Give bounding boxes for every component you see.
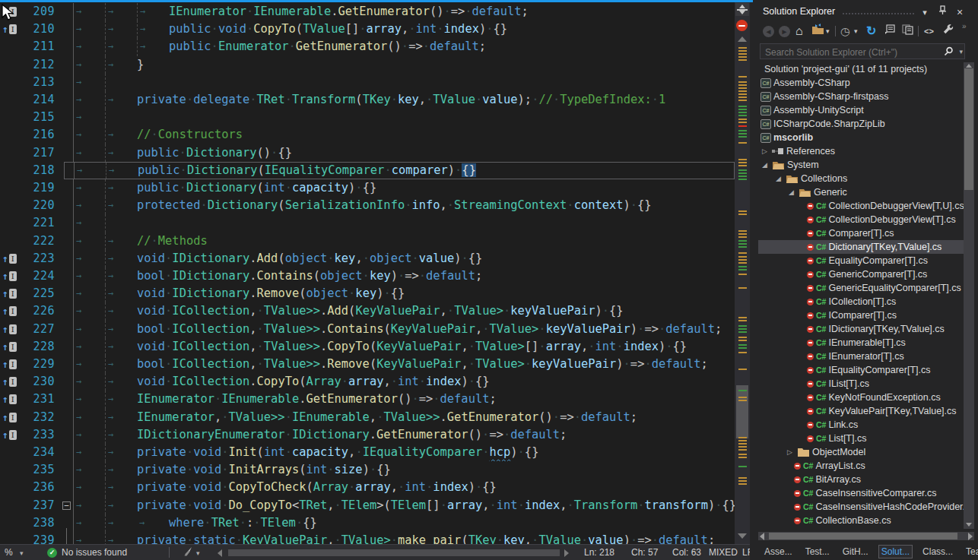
tool-window-tab-solut[interactable]: Solut... xyxy=(878,545,913,558)
expander-open-icon[interactable]: ◢ xyxy=(776,172,786,185)
tree-item-mscorlib[interactable]: C#mscorlib xyxy=(758,131,964,144)
code-line-229[interactable]: ↑I229→→bool·ICollection,·TValue>>.Remove… xyxy=(0,356,735,373)
code-text[interactable]: →→IDictionaryEnumerator·IDictionary.GetE… xyxy=(64,426,735,444)
hscroll-right-arrow-icon[interactable] xyxy=(564,549,569,557)
window-position-dropdown-icon[interactable]: ▾ xyxy=(918,5,932,19)
toolbar-overflow-icon[interactable]: » xyxy=(962,18,967,35)
search-input[interactable] xyxy=(764,45,934,59)
tree-scroll-up-icon[interactable] xyxy=(966,64,972,68)
code-line-223[interactable]: ↑I223→→void·IDictionary.Add(object·key,·… xyxy=(0,250,735,267)
tree-item-idictionary-tkey-tvalue-cs[interactable]: C#IDictionary[TKey,TValue].cs xyxy=(758,322,964,336)
code-text[interactable]: →→bool·ICollection,·TValue>>.Remove(KeyV… xyxy=(64,356,735,373)
search-icon[interactable] xyxy=(944,46,954,59)
code-line-234[interactable]: 234→→private·void·Init(int·capacity,·IEq… xyxy=(0,444,735,461)
editor-vertical-scrollbar[interactable] xyxy=(735,0,750,544)
sync-dropdown-icon[interactable]: ▾ xyxy=(826,23,830,40)
tree-item-genericequalitycomparer-t-cs[interactable]: C#GenericEqualityComparer[T].cs xyxy=(758,281,964,295)
tree-item-iequalitycomparer-t-cs[interactable]: C#IEqualityComparer[T].cs xyxy=(758,363,964,377)
code-text[interactable]: → xyxy=(64,214,735,232)
tree-item-equalitycomparer-t-cs[interactable]: C#EqualityComparer[T].cs xyxy=(758,254,964,267)
search-box[interactable]: ▾ xyxy=(760,43,965,59)
code-text[interactable]: →→void·ICollection,·TValue>>.Add(KeyValu… xyxy=(64,302,735,320)
close-icon[interactable]: × xyxy=(953,5,967,19)
tree-item-comparer-t-cs[interactable]: C#Comparer[T].cs xyxy=(758,226,964,240)
tree-item-icollection-t-cs[interactable]: C#ICollection[T].cs xyxy=(758,295,964,308)
code-line-218[interactable]: 218→→public·Dictionary(IEqualityComparer… xyxy=(0,162,735,179)
code-text[interactable]: →→IEnumerator·IEnumerable.GetEnumerator(… xyxy=(64,391,735,408)
code-text[interactable]: →→→public·void·CopyTo(TValue[]·array,·in… xyxy=(64,21,735,38)
editor-scrollbar-thumb[interactable] xyxy=(736,385,748,438)
code-text[interactable]: →→void·IDictionary.Remove(object·key)·{} xyxy=(64,285,735,302)
refresh-icon[interactable]: ↻ xyxy=(866,23,876,40)
tree-hscroll-left-icon[interactable] xyxy=(760,533,764,540)
code-text[interactable]: →→} xyxy=(64,56,735,74)
editor-split-handle-icon[interactable] xyxy=(735,3,749,16)
tree-horizontal-scrollbar[interactable] xyxy=(758,532,974,540)
code-line-225[interactable]: ↑I225→→void·IDictionary.Remove(object·ke… xyxy=(0,285,735,302)
expander-closed-icon[interactable]: ▷ xyxy=(762,144,772,158)
code-text[interactable]: →→//·Methods xyxy=(64,233,735,250)
tool-window-tab-asse[interactable]: Asse... xyxy=(761,545,795,558)
tree-hscroll-right-icon[interactable] xyxy=(968,533,973,540)
code-line-227[interactable]: ↑I227→→bool·ICollection,·TValue>>.Contai… xyxy=(0,321,735,338)
show-all-files-icon[interactable] xyxy=(902,23,913,40)
code-editor[interactable]: ↑I209→→→IEnumerator·IEnumerable.GetEnume… xyxy=(0,0,735,544)
code-text[interactable]: →→private·delegate·TRet·Transform(TKey·k… xyxy=(64,91,735,109)
code-line-239[interactable]: 239→→private·static·KeyValuePair,·TValue… xyxy=(0,532,735,544)
code-line-212[interactable]: 212→→} xyxy=(0,56,735,74)
code-text[interactable]: →→bool·IDictionary.Contains(object·key)·… xyxy=(64,267,735,285)
code-line-217[interactable]: 217→→public·Dictionary()·{} xyxy=(0,144,735,162)
tree-item-genericcomparer-t-cs[interactable]: C#GenericComparer[T].cs xyxy=(758,267,964,281)
code-line-238[interactable]: 238→→→where·TRet·:·TElem·{} xyxy=(0,514,735,532)
code-line-219[interactable]: 219→→public·Dictionary(int·capacity)·{} xyxy=(0,179,735,197)
code-text[interactable]: → xyxy=(64,74,735,91)
expander-closed-icon[interactable]: ▷ xyxy=(787,445,797,459)
tool-window-tab-test[interactable]: Test... xyxy=(802,545,833,558)
code-line-210[interactable]: ↑I210→→→public·void·CopyTo(TValue[]·arra… xyxy=(0,21,735,38)
tree-item-caseinsensitivecomparer-cs[interactable]: C#CaseInsensitiveComparer.cs xyxy=(758,486,964,500)
code-text[interactable]: →→private·static·KeyValuePair,·TValue>·m… xyxy=(64,532,735,544)
tree-item-link-cs[interactable]: C#Link.cs xyxy=(758,418,964,432)
code-line-233[interactable]: ↑I233→→IDictionaryEnumerator·IDictionary… xyxy=(0,426,735,444)
code-text[interactable]: →→bool·ICollection,·TValue>>.Contains(Ke… xyxy=(64,321,735,338)
code-text[interactable]: →→public·Dictionary(int·capacity)·{} xyxy=(64,179,735,197)
code-line-228[interactable]: ↑I228→→void·ICollection,·TValue>>.CopyTo… xyxy=(0,338,735,356)
code-text[interactable]: → xyxy=(64,109,735,126)
code-text[interactable]: →→public·Dictionary(IEqualityComparer·co… xyxy=(64,162,735,179)
cleanup-dropdown-icon[interactable]: ▾ xyxy=(196,546,200,560)
tree-item-collections[interactable]: ◢Collections xyxy=(758,172,964,185)
pending-changes-filter-icon[interactable]: ◷ xyxy=(840,23,849,40)
code-text[interactable]: →→void·ICollection,·TValue>>.CopyTo(KeyV… xyxy=(64,338,735,356)
collapse-all-icon[interactable] xyxy=(884,23,896,40)
tree-item-icomparer-t-cs[interactable]: C#IComparer[T].cs xyxy=(758,308,964,322)
code-text[interactable]: →→private·void·Do_CopyTo<TRet,·TElem>(TE… xyxy=(64,497,735,514)
code-text[interactable]: →→void·ICollection.CopyTo(Array·array,·i… xyxy=(64,373,735,391)
code-text[interactable]: →→protected·Dictionary(SerializationInfo… xyxy=(64,197,735,214)
code-line-211[interactable]: 211→→→public·Enumerator·GetEnumerator()·… xyxy=(0,38,735,55)
code-text[interactable]: →→→where·TRet·:·TElem·{} xyxy=(64,514,735,532)
tree-scrollbar-thumb[interactable] xyxy=(964,68,973,190)
back-button[interactable]: ◄ xyxy=(763,23,774,40)
zoom-control[interactable]: % xyxy=(5,545,13,560)
column-indicator[interactable]: Col: 63 xyxy=(672,545,701,560)
tree-item-solution-project-gui-11-of-11-projects[interactable]: Solution 'project-gui' (11 of 11 project… xyxy=(758,62,964,76)
code-line-214[interactable]: 214→→private·delegate·TRet·Transform(TKe… xyxy=(0,91,735,109)
code-line-213[interactable]: 213→ xyxy=(0,74,735,91)
tree-item-system[interactable]: ◢System xyxy=(758,158,964,172)
tool-window-tab-gith[interactable]: GitH... xyxy=(840,545,872,558)
editor-horizontal-scrollbar[interactable] xyxy=(228,549,560,556)
code-line-215[interactable]: 215→ xyxy=(0,109,735,126)
code-line-235[interactable]: 235→→private·void·InitArrays(int·size)·{… xyxy=(0,461,735,479)
code-line-226[interactable]: ↑I226→→void·ICollection,·TValue>>.Add(Ke… xyxy=(0,302,735,320)
code-line-222[interactable]: 222→→//·Methods xyxy=(0,233,735,250)
tree-item-assembly-unityscript[interactable]: C#Assembly-UnityScript xyxy=(758,103,964,117)
code-line-237[interactable]: 237−→→private·void·Do_CopyTo<TRet,·TElem… xyxy=(0,497,735,514)
sync-with-active-document-icon[interactable] xyxy=(811,23,824,40)
code-line-221[interactable]: 221→ xyxy=(0,214,735,232)
code-text[interactable]: →→IEnumerator,·TValue>>·IEnumerable,·TVa… xyxy=(64,409,735,426)
pin-icon[interactable] xyxy=(935,5,949,19)
solution-explorer-titlebar[interactable]: Solution Explorer ▾ × xyxy=(758,3,978,21)
properties-wrench-icon[interactable] xyxy=(942,23,954,40)
tree-item-collectionbase-cs[interactable]: C#CollectionBase.cs xyxy=(758,514,964,527)
code-cleanup-broom-icon[interactable] xyxy=(183,546,193,560)
